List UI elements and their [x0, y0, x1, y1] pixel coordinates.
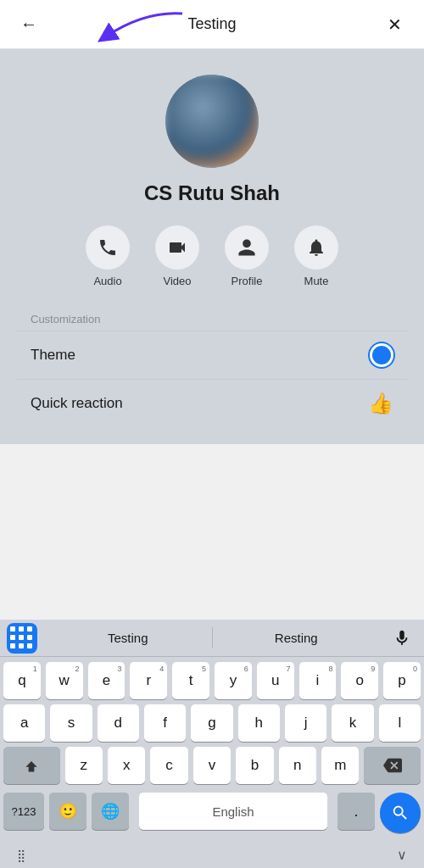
key-l[interactable]: l [379, 704, 421, 742]
kb-chevron[interactable]: ∨ [397, 847, 407, 863]
apps-grid-icon [10, 626, 34, 650]
key-r[interactable]: r4 [130, 662, 167, 699]
key-f[interactable]: f [144, 704, 186, 742]
header-title: Testing [187, 15, 236, 33]
space-key[interactable]: English [139, 793, 327, 830]
period-label: . [354, 803, 358, 821]
key-c[interactable]: c [150, 747, 187, 784]
key-h[interactable]: h [238, 704, 280, 742]
space-label: English [212, 804, 254, 819]
key-b[interactable]: b [236, 747, 273, 784]
apps-button[interactable] [7, 623, 37, 654]
kb-dots: ⣿ [17, 849, 25, 862]
autocomplete-bar: Testing Resting [0, 620, 424, 657]
key-a[interactable]: a [3, 704, 45, 742]
customization-section: Customization Theme Quick reaction 👍 [17, 304, 407, 427]
theme-toggle[interactable] [370, 343, 393, 367]
video-button[interactable]: Video [155, 225, 199, 287]
keyboard: Testing Resting q1 w2 e3 r4 t5 y6 u7 i8 … [0, 620, 424, 868]
quick-reaction-row[interactable]: Quick reaction 👍 [17, 379, 407, 427]
profile-icon-circle [225, 225, 269, 270]
key-z[interactable]: z [65, 747, 103, 784]
theme-label: Theme [31, 347, 75, 364]
key-o[interactable]: o9 [341, 662, 378, 699]
key-j[interactable]: j [285, 704, 326, 742]
key-u[interactable]: u7 [257, 662, 294, 699]
key-row-1: q1 w2 e3 r4 t5 y6 u7 i8 o9 p0 [3, 662, 421, 699]
quick-reaction-icon: 👍 [368, 392, 393, 415]
key-n[interactable]: n [279, 747, 316, 784]
audio-icon-circle [86, 225, 130, 270]
key-rows: q1 w2 e3 r4 t5 y6 u7 i8 o9 p0 a s d f g … [0, 657, 424, 793]
key-q[interactable]: q1 [3, 662, 41, 699]
close-button[interactable]: ✕ [380, 9, 410, 40]
bottom-key-row: ?123 🙂 🌐 English . [0, 793, 424, 838]
key-w[interactable]: w2 [46, 662, 83, 699]
key-k[interactable]: k [332, 704, 373, 742]
key-m[interactable]: m [321, 747, 359, 784]
mic-button[interactable] [387, 623, 417, 654]
key-v[interactable]: v [193, 747, 231, 784]
period-key[interactable]: . [338, 793, 375, 830]
autocomplete-word-2[interactable]: Resting [213, 627, 381, 648]
mute-button[interactable]: Mute [294, 225, 338, 287]
key-x[interactable]: x [108, 747, 145, 784]
key-p[interactable]: p0 [383, 662, 421, 699]
contact-name: CS Rutu Shah [144, 181, 280, 205]
video-icon-circle [155, 225, 199, 270]
num-key[interactable]: ?123 [3, 793, 44, 830]
globe-icon: 🌐 [101, 802, 120, 821]
header: ← Testing ✕ [0, 0, 424, 49]
key-g[interactable]: g [191, 704, 232, 742]
backspace-key[interactable] [364, 747, 421, 784]
profile-label: Profile [232, 275, 263, 287]
search-key[interactable] [380, 793, 421, 833]
key-row-3: z x c v b n m [3, 747, 421, 784]
video-label: Video [163, 275, 191, 287]
close-icon: ✕ [388, 14, 402, 35]
content-area: CS Rutu Shah Audio Video [0, 49, 424, 444]
kb-indicator-bar: ⣿ ∨ [0, 843, 424, 868]
mute-label: Mute [304, 275, 329, 287]
audio-button[interactable]: Audio [86, 225, 130, 287]
emoji-icon: 🙂 [59, 802, 77, 821]
shift-key[interactable] [3, 747, 60, 784]
mute-icon-circle [294, 225, 338, 270]
autocomplete-word-1[interactable]: Testing [44, 627, 213, 648]
audio-label: Audio [93, 275, 121, 287]
profile-button[interactable]: Profile [225, 225, 269, 287]
avatar [165, 75, 259, 168]
key-t[interactable]: t5 [172, 662, 209, 699]
key-e[interactable]: e3 [88, 662, 126, 699]
key-s[interactable]: s [50, 704, 92, 742]
key-row-2: a s d f g h j k l [3, 704, 421, 742]
avatar-image [165, 75, 259, 168]
back-button[interactable]: ← [14, 9, 44, 40]
emoji-key[interactable]: 🙂 [49, 793, 86, 830]
key-y[interactable]: y6 [215, 662, 252, 699]
autocomplete-words: Testing Resting [44, 627, 380, 648]
action-buttons: Audio Video Profile [86, 225, 338, 287]
num-label: ?123 [12, 805, 36, 818]
customization-label: Customization [17, 304, 407, 331]
key-d[interactable]: d [98, 704, 139, 742]
globe-key[interactable]: 🌐 [92, 793, 129, 830]
theme-row[interactable]: Theme [17, 331, 407, 379]
back-icon: ← [20, 14, 37, 34]
key-i[interactable]: i8 [299, 662, 337, 699]
quick-reaction-label: Quick reaction [31, 395, 123, 412]
